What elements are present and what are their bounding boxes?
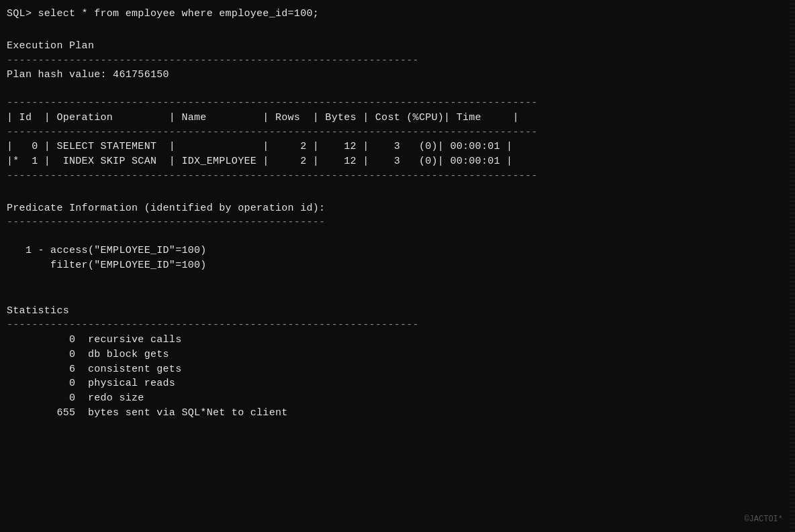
predicate-info-title: Predicate Information (identified by ope… xyxy=(7,201,784,216)
sql-prompt-line: SQL> select * from employee where employ… xyxy=(7,7,784,21)
blank-line-5 xyxy=(7,273,784,286)
blank-line-1 xyxy=(7,21,784,35)
stat-redo-size: 0 redo size xyxy=(7,391,784,406)
blank-line-6 xyxy=(7,286,784,300)
separator-1: ----------------------------------------… xyxy=(7,54,784,68)
blank-line-3 xyxy=(7,184,784,197)
predicate-filter: filter("EMPLOYEE_ID"=100) xyxy=(7,258,784,273)
blank-line-4 xyxy=(7,230,784,244)
table-row-0: | 0 | SELECT STATEMENT | | 2 | 12 | 3 (0… xyxy=(7,140,784,154)
separator-4: ----------------------------------------… xyxy=(7,169,784,184)
stat-bytes-sent: 655 bytes sent via SQL*Net to client xyxy=(7,406,784,421)
separator-2: ----------------------------------------… xyxy=(7,96,784,111)
table-header: | Id | Operation | Name | Rows | Bytes |… xyxy=(7,111,784,125)
separator-3: ----------------------------------------… xyxy=(7,125,784,140)
stat-consistent-gets: 6 consistent gets xyxy=(7,362,784,377)
statistics-label: Statistics xyxy=(7,304,784,319)
table-row-1: |* 1 | INDEX SKIP SCAN | IDX_EMPLOYEE | … xyxy=(7,154,784,169)
predicate-access: 1 - access("EMPLOYEE_ID"=100) xyxy=(7,244,784,258)
stat-recursive-calls: 0 recursive calls xyxy=(7,333,784,348)
execution-plan-label: Execution Plan xyxy=(7,39,784,54)
separator-6: ----------------------------------------… xyxy=(7,318,784,333)
stat-db-block-gets: 0 db block gets xyxy=(7,348,784,362)
blank-line-2 xyxy=(7,83,784,96)
stat-physical-reads: 0 physical reads xyxy=(7,376,784,391)
watermark: ©JACTOI* xyxy=(744,515,783,524)
plan-hash-value: Plan hash value: 461756150 xyxy=(7,68,784,83)
separator-5: ----------------------------------------… xyxy=(7,215,784,230)
terminal-window: SQL> select * from employee where employ… xyxy=(0,0,795,532)
